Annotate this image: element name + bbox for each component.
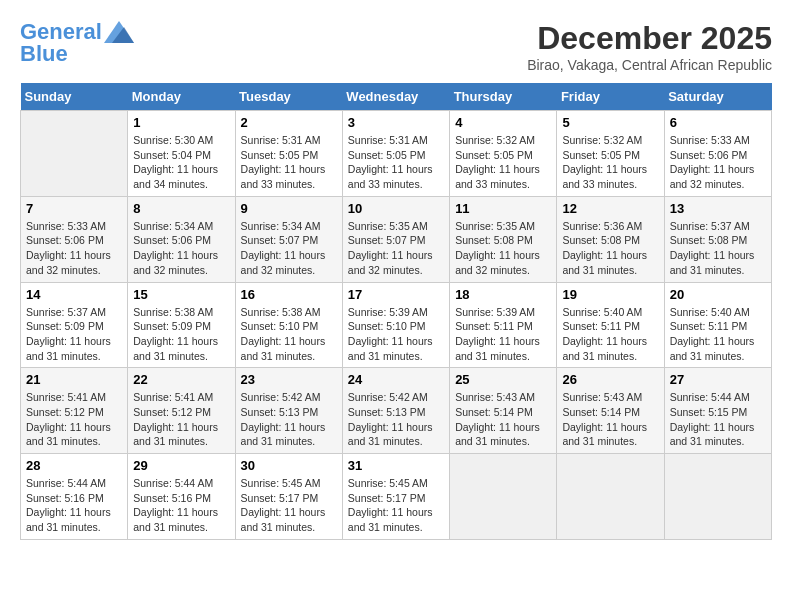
daylight-text: Daylight: 11 hours and 32 minutes. <box>670 163 755 190</box>
sunset-text: Sunset: 5:16 PM <box>26 492 104 504</box>
sunset-text: Sunset: 5:15 PM <box>670 406 748 418</box>
day-info: Sunrise: 5:33 AM Sunset: 5:06 PM Dayligh… <box>670 133 766 192</box>
day-number: 20 <box>670 287 766 302</box>
daylight-text: Daylight: 11 hours and 32 minutes. <box>348 249 433 276</box>
sunrise-text: Sunrise: 5:41 AM <box>26 391 106 403</box>
calendar-cell: 6 Sunrise: 5:33 AM Sunset: 5:06 PM Dayli… <box>664 111 771 197</box>
calendar-cell: 7 Sunrise: 5:33 AM Sunset: 5:06 PM Dayli… <box>21 196 128 282</box>
sunrise-text: Sunrise: 5:38 AM <box>241 306 321 318</box>
calendar-week-row: 7 Sunrise: 5:33 AM Sunset: 5:06 PM Dayli… <box>21 196 772 282</box>
day-number: 7 <box>26 201 122 216</box>
calendar-cell <box>21 111 128 197</box>
daylight-text: Daylight: 11 hours and 31 minutes. <box>241 335 326 362</box>
day-info: Sunrise: 5:43 AM Sunset: 5:14 PM Dayligh… <box>562 390 658 449</box>
daylight-text: Daylight: 11 hours and 31 minutes. <box>133 421 218 448</box>
sunrise-text: Sunrise: 5:39 AM <box>348 306 428 318</box>
month-title: December 2025 <box>527 20 772 57</box>
sunrise-text: Sunrise: 5:32 AM <box>455 134 535 146</box>
day-info: Sunrise: 5:42 AM Sunset: 5:13 PM Dayligh… <box>241 390 337 449</box>
calendar-cell: 10 Sunrise: 5:35 AM Sunset: 5:07 PM Dayl… <box>342 196 449 282</box>
sunrise-text: Sunrise: 5:42 AM <box>241 391 321 403</box>
day-info: Sunrise: 5:41 AM Sunset: 5:12 PM Dayligh… <box>133 390 229 449</box>
col-header-monday: Monday <box>128 83 235 111</box>
day-info: Sunrise: 5:38 AM Sunset: 5:09 PM Dayligh… <box>133 305 229 364</box>
day-info: Sunrise: 5:33 AM Sunset: 5:06 PM Dayligh… <box>26 219 122 278</box>
day-info: Sunrise: 5:44 AM Sunset: 5:15 PM Dayligh… <box>670 390 766 449</box>
col-header-thursday: Thursday <box>450 83 557 111</box>
calendar-cell: 2 Sunrise: 5:31 AM Sunset: 5:05 PM Dayli… <box>235 111 342 197</box>
sunset-text: Sunset: 5:05 PM <box>241 149 319 161</box>
calendar-cell: 11 Sunrise: 5:35 AM Sunset: 5:08 PM Dayl… <box>450 196 557 282</box>
calendar-cell: 27 Sunrise: 5:44 AM Sunset: 5:15 PM Dayl… <box>664 368 771 454</box>
sunset-text: Sunset: 5:09 PM <box>133 320 211 332</box>
daylight-text: Daylight: 11 hours and 31 minutes. <box>562 421 647 448</box>
sunset-text: Sunset: 5:07 PM <box>348 234 426 246</box>
sunrise-text: Sunrise: 5:30 AM <box>133 134 213 146</box>
calendar-cell: 20 Sunrise: 5:40 AM Sunset: 5:11 PM Dayl… <box>664 282 771 368</box>
col-header-saturday: Saturday <box>664 83 771 111</box>
calendar-cell: 29 Sunrise: 5:44 AM Sunset: 5:16 PM Dayl… <box>128 454 235 540</box>
col-header-wednesday: Wednesday <box>342 83 449 111</box>
sunset-text: Sunset: 5:12 PM <box>133 406 211 418</box>
day-number: 22 <box>133 372 229 387</box>
sunrise-text: Sunrise: 5:39 AM <box>455 306 535 318</box>
daylight-text: Daylight: 11 hours and 32 minutes. <box>455 249 540 276</box>
sunrise-text: Sunrise: 5:31 AM <box>348 134 428 146</box>
calendar-cell: 5 Sunrise: 5:32 AM Sunset: 5:05 PM Dayli… <box>557 111 664 197</box>
sunset-text: Sunset: 5:13 PM <box>241 406 319 418</box>
sunset-text: Sunset: 5:10 PM <box>348 320 426 332</box>
day-number: 26 <box>562 372 658 387</box>
calendar-cell: 21 Sunrise: 5:41 AM Sunset: 5:12 PM Dayl… <box>21 368 128 454</box>
sunrise-text: Sunrise: 5:33 AM <box>26 220 106 232</box>
calendar-cell: 9 Sunrise: 5:34 AM Sunset: 5:07 PM Dayli… <box>235 196 342 282</box>
sunset-text: Sunset: 5:07 PM <box>241 234 319 246</box>
day-number: 21 <box>26 372 122 387</box>
calendar-week-row: 28 Sunrise: 5:44 AM Sunset: 5:16 PM Dayl… <box>21 454 772 540</box>
day-info: Sunrise: 5:35 AM Sunset: 5:08 PM Dayligh… <box>455 219 551 278</box>
calendar-cell: 1 Sunrise: 5:30 AM Sunset: 5:04 PM Dayli… <box>128 111 235 197</box>
day-number: 12 <box>562 201 658 216</box>
day-number: 17 <box>348 287 444 302</box>
day-number: 6 <box>670 115 766 130</box>
sunset-text: Sunset: 5:17 PM <box>241 492 319 504</box>
day-number: 14 <box>26 287 122 302</box>
subtitle: Birao, Vakaga, Central African Republic <box>527 57 772 73</box>
sunset-text: Sunset: 5:08 PM <box>670 234 748 246</box>
calendar-cell: 28 Sunrise: 5:44 AM Sunset: 5:16 PM Dayl… <box>21 454 128 540</box>
day-info: Sunrise: 5:36 AM Sunset: 5:08 PM Dayligh… <box>562 219 658 278</box>
logo-icon <box>104 21 134 43</box>
col-header-sunday: Sunday <box>21 83 128 111</box>
sunset-text: Sunset: 5:06 PM <box>26 234 104 246</box>
day-info: Sunrise: 5:41 AM Sunset: 5:12 PM Dayligh… <box>26 390 122 449</box>
calendar-week-row: 21 Sunrise: 5:41 AM Sunset: 5:12 PM Dayl… <box>21 368 772 454</box>
day-info: Sunrise: 5:38 AM Sunset: 5:10 PM Dayligh… <box>241 305 337 364</box>
sunset-text: Sunset: 5:13 PM <box>348 406 426 418</box>
daylight-text: Daylight: 11 hours and 33 minutes. <box>455 163 540 190</box>
daylight-text: Daylight: 11 hours and 31 minutes. <box>670 249 755 276</box>
day-number: 24 <box>348 372 444 387</box>
sunrise-text: Sunrise: 5:32 AM <box>562 134 642 146</box>
day-info: Sunrise: 5:30 AM Sunset: 5:04 PM Dayligh… <box>133 133 229 192</box>
logo: General Blue <box>20 20 134 66</box>
daylight-text: Daylight: 11 hours and 31 minutes. <box>133 335 218 362</box>
sunset-text: Sunset: 5:06 PM <box>670 149 748 161</box>
daylight-text: Daylight: 11 hours and 31 minutes. <box>348 506 433 533</box>
col-header-tuesday: Tuesday <box>235 83 342 111</box>
calendar-cell: 17 Sunrise: 5:39 AM Sunset: 5:10 PM Dayl… <box>342 282 449 368</box>
sunset-text: Sunset: 5:16 PM <box>133 492 211 504</box>
calendar-cell: 12 Sunrise: 5:36 AM Sunset: 5:08 PM Dayl… <box>557 196 664 282</box>
day-number: 28 <box>26 458 122 473</box>
sunset-text: Sunset: 5:05 PM <box>562 149 640 161</box>
day-number: 27 <box>670 372 766 387</box>
day-info: Sunrise: 5:45 AM Sunset: 5:17 PM Dayligh… <box>348 476 444 535</box>
daylight-text: Daylight: 11 hours and 34 minutes. <box>133 163 218 190</box>
day-number: 1 <box>133 115 229 130</box>
sunrise-text: Sunrise: 5:31 AM <box>241 134 321 146</box>
calendar-cell: 23 Sunrise: 5:42 AM Sunset: 5:13 PM Dayl… <box>235 368 342 454</box>
sunrise-text: Sunrise: 5:45 AM <box>241 477 321 489</box>
day-number: 15 <box>133 287 229 302</box>
day-info: Sunrise: 5:32 AM Sunset: 5:05 PM Dayligh… <box>562 133 658 192</box>
calendar-table: SundayMondayTuesdayWednesdayThursdayFrid… <box>20 83 772 540</box>
day-number: 4 <box>455 115 551 130</box>
calendar-cell: 19 Sunrise: 5:40 AM Sunset: 5:11 PM Dayl… <box>557 282 664 368</box>
